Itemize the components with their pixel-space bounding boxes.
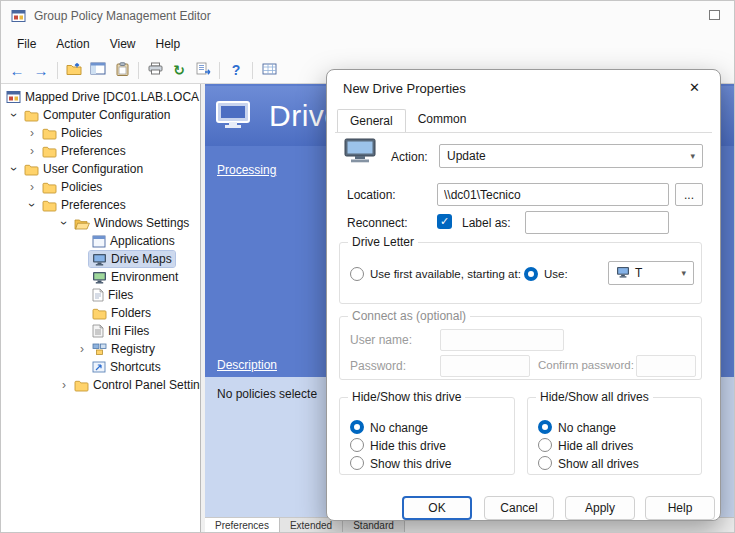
- tree-item-computer-preferences[interactable]: › Preferences: [1, 142, 200, 160]
- tree-item-control-panel-settings[interactable]: › Control Panel Setting: [1, 376, 200, 394]
- export-list-button[interactable]: [191, 59, 215, 81]
- tab-common[interactable]: Common: [406, 108, 479, 132]
- tab-general[interactable]: General: [337, 109, 406, 133]
- tree-item-label: Policies: [61, 126, 102, 140]
- connect-as-group-label: Connect as (optional): [348, 309, 470, 323]
- chevron-right-icon[interactable]: ›: [25, 145, 39, 157]
- hide-this-drive-label: Hide this drive: [370, 439, 446, 453]
- hide-show-all-drives-group: Hide/Show all drives No change Hide all …: [527, 397, 702, 475]
- menu-action[interactable]: Action: [46, 34, 99, 54]
- password-input: [440, 355, 530, 377]
- hide-this-drive-radio[interactable]: [350, 438, 364, 452]
- tree-item-label: Shortcuts: [110, 360, 161, 374]
- tree-item-user-configuration[interactable]: › User Configuration: [1, 160, 200, 178]
- show-all-drives-label: Show all drives: [558, 457, 639, 471]
- open-folder-icon: [74, 217, 90, 230]
- hide-all-drives-label: Hide all drives: [558, 439, 633, 453]
- maximize-button[interactable]: [709, 10, 720, 20]
- menu-file[interactable]: File: [7, 34, 46, 54]
- tree-item-label: Folders: [111, 306, 151, 320]
- processing-sort-link[interactable]: Processing: [217, 163, 276, 177]
- chevron-down-icon[interactable]: ›: [8, 108, 20, 122]
- tree-item-label: Control Panel Setting: [93, 378, 201, 392]
- tree-item-computer-policies[interactable]: › Policies: [1, 124, 200, 142]
- drive-letter-dropdown[interactable]: T ▾: [608, 261, 694, 285]
- tree-item-environment[interactable]: Environment: [1, 268, 200, 286]
- window-title: Group Policy Management Editor: [34, 9, 211, 23]
- print-button[interactable]: [143, 59, 167, 81]
- titlebar: Group Policy Management Editor: [1, 1, 734, 31]
- tree-item-computer-configuration[interactable]: › Computer Configuration: [1, 106, 200, 124]
- refresh-button[interactable]: ↻: [167, 59, 191, 81]
- shortcuts-icon: [92, 361, 106, 374]
- tree-item-files[interactable]: Files: [1, 286, 200, 304]
- show-this-drive-label: Show this drive: [370, 457, 451, 471]
- this-no-change-label: No change: [370, 421, 428, 435]
- show-console-tree-button[interactable]: [86, 59, 110, 81]
- location-label: Location:: [347, 188, 396, 202]
- tree-item-shortcuts[interactable]: Shortcuts: [1, 358, 200, 376]
- password-label: Password:: [350, 359, 406, 373]
- tree-item-label: Policies: [61, 180, 102, 194]
- drive-letter-icon: [616, 266, 630, 281]
- action-dropdown[interactable]: Update ▾: [439, 144, 703, 168]
- use-first-available-radio[interactable]: [350, 267, 364, 281]
- cancel-button[interactable]: Cancel: [484, 496, 554, 520]
- tree-item-windows-settings[interactable]: › Windows Settings: [1, 214, 200, 232]
- apply-button[interactable]: Apply: [565, 496, 635, 520]
- this-no-change-radio[interactable]: [350, 420, 364, 434]
- menu-view[interactable]: View: [100, 34, 146, 54]
- list-view-button[interactable]: [257, 59, 281, 81]
- drive-header-icon: [215, 100, 255, 133]
- tree-item-user-preferences[interactable]: › Preferences: [1, 196, 200, 214]
- tree-item-mapped-drive-root[interactable]: Mapped Drive [DC01.LAB.LOCA: [1, 88, 200, 106]
- folder-icon: [74, 379, 89, 392]
- properties-button[interactable]: [110, 59, 134, 81]
- tree-item-user-policies[interactable]: › Policies: [1, 178, 200, 196]
- tree-item-ini-files[interactable]: Ini Files: [1, 322, 200, 340]
- browse-button[interactable]: ...: [675, 183, 703, 206]
- back-button[interactable]: ←: [5, 59, 29, 81]
- hide-all-drives-radio[interactable]: [538, 438, 552, 452]
- drive-letter-value: T: [635, 266, 642, 280]
- reconnect-label: Reconnect:: [347, 216, 408, 230]
- menu-help[interactable]: Help: [146, 34, 191, 54]
- tree-item-applications[interactable]: Applications: [1, 232, 200, 250]
- chevron-down-icon[interactable]: ›: [26, 198, 38, 212]
- help-button[interactable]: ?: [224, 59, 248, 81]
- tree-item-label: Applications: [110, 234, 175, 248]
- location-input[interactable]: [437, 183, 669, 206]
- close-icon[interactable]: ✕: [685, 78, 704, 97]
- chevron-right-icon[interactable]: ›: [57, 379, 71, 391]
- reconnect-checkbox[interactable]: ✓: [437, 214, 452, 229]
- tree-item-folders[interactable]: Folders: [1, 304, 200, 322]
- tab-preferences[interactable]: Preferences: [205, 518, 280, 532]
- label-as-input[interactable]: [525, 211, 669, 234]
- chevron-right-icon[interactable]: ›: [25, 127, 39, 139]
- folder-icon: [24, 109, 39, 122]
- chevron-down-icon[interactable]: ›: [8, 162, 20, 176]
- action-value: Update: [447, 149, 486, 163]
- tree-item-drive-maps[interactable]: Drive Maps: [1, 250, 200, 268]
- tree-item-label: Mapped Drive [DC01.LAB.LOCA: [25, 90, 199, 104]
- refresh-icon: ↻: [173, 63, 185, 77]
- forward-button[interactable]: →: [29, 59, 53, 81]
- show-this-drive-radio[interactable]: [350, 456, 364, 470]
- use-radio[interactable]: [524, 267, 538, 281]
- new-drive-properties-dialog: New Drive Properties ✕ General Common Ac…: [326, 69, 721, 521]
- user-name-label: User name:: [350, 333, 412, 347]
- chevron-down-icon[interactable]: ›: [58, 216, 70, 230]
- tree-item-registry[interactable]: › Registry: [1, 340, 200, 358]
- user-name-input: [440, 329, 564, 351]
- chevron-right-icon[interactable]: ›: [75, 343, 89, 355]
- chevron-right-icon[interactable]: ›: [25, 181, 39, 193]
- hide-show-this-drive-group: Hide/Show this drive No change Hide this…: [339, 397, 515, 475]
- export-list-icon: [196, 62, 211, 78]
- up-one-level-button[interactable]: [62, 59, 86, 81]
- ok-button[interactable]: OK: [402, 496, 472, 520]
- drive-letter-group: Drive Letter Use first available, starti…: [339, 242, 702, 304]
- help-button[interactable]: Help: [645, 496, 715, 520]
- show-all-drives-radio[interactable]: [538, 456, 552, 470]
- description-sort-link[interactable]: Description: [217, 358, 277, 372]
- all-no-change-radio[interactable]: [538, 420, 552, 434]
